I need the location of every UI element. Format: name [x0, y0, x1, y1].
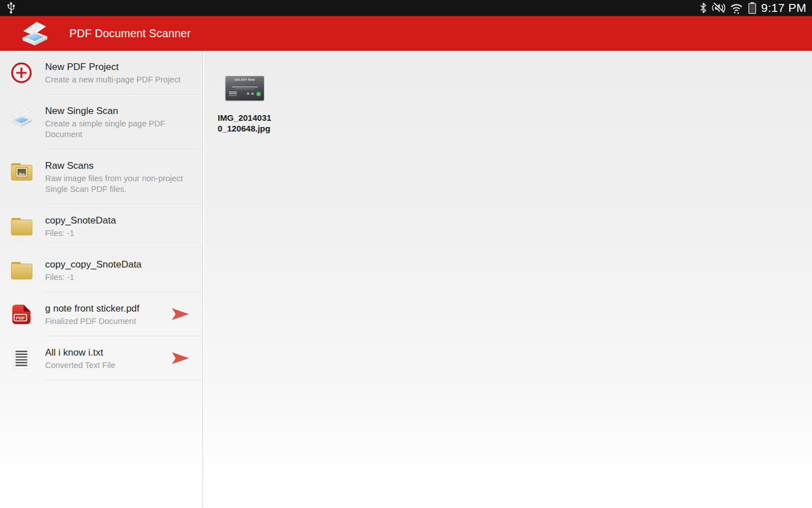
share-button[interactable]: [170, 306, 191, 323]
item-title: copy_copy_SnoteData: [45, 259, 195, 271]
battery-alert-icon: [748, 2, 757, 14]
add-circle-icon: [8, 59, 35, 86]
sidebar-item-g-note-front-sticker-pdf[interactable]: PDF g note front sticker.pdf Finalized P…: [0, 292, 202, 336]
item-subtitle: Create a new multi-page PDF Project: [45, 75, 195, 85]
file-grid: GALAXY Note IMG_20140310_120648.jpg: [203, 51, 812, 507]
clock-text: 9:17 PM: [761, 0, 806, 16]
app-logo-scanner-icon: [19, 20, 51, 46]
send-icon: [171, 351, 190, 365]
usb-icon: [7, 2, 15, 14]
item-subtitle: Files: -1: [45, 228, 195, 239]
sidebar-item-new-single-scan[interactable]: New Single Scan Create a simple single p…: [0, 95, 202, 149]
folder-icon: [8, 213, 35, 240]
thumbnail-detail-block: [229, 91, 237, 97]
item-title: New Single Scan: [45, 105, 195, 117]
sidebar-item-new-pdf-project[interactable]: New PDF Project Create a new multi-page …: [0, 51, 202, 94]
app-bar: PDF Document Scanner: [0, 16, 812, 51]
text-file-icon: [8, 345, 35, 372]
sidebar-item-copy-snotedata[interactable]: copy_SnoteData Files: -1: [0, 204, 202, 248]
file-name: IMG_20140310_120648.jpg: [218, 113, 274, 134]
thumbnail-detail-line: [232, 86, 258, 87]
item-title: New PDF Project: [45, 61, 195, 73]
folder-icon: [8, 257, 35, 284]
sidebar-item-copy-copy-snotedata[interactable]: copy_copy_SnoteData Files: -1: [0, 248, 202, 292]
file-tile[interactable]: GALAXY Note IMG_20140310_120648.jpg: [218, 76, 274, 134]
thumbnail-green-dot: [257, 92, 261, 96]
scanner-icon: [8, 103, 35, 130]
share-button[interactable]: [170, 350, 191, 367]
item-subtitle: Create a simple single page PDF Document: [45, 119, 195, 140]
thumbnail-detail-square: [251, 93, 254, 95]
divider: [44, 380, 202, 380]
wifi-icon: [730, 2, 743, 14]
sidebar-item-all-i-know-txt[interactable]: All i know i.txt Converted Text File: [0, 336, 202, 380]
thumbnail-text: GALAXY Note: [231, 78, 259, 81]
item-title: copy_SnoteData: [45, 214, 195, 227]
folder-image-icon: [8, 158, 35, 185]
bluetooth-icon: [699, 2, 707, 14]
item-title: Raw Scans: [45, 160, 195, 172]
sidebar: New PDF Project Create a new multi-page …: [0, 51, 203, 507]
sidebar-item-raw-scans[interactable]: Raw Scans Raw image files from your non-…: [0, 150, 202, 204]
thumbnail-detail-square: [247, 93, 249, 95]
item-subtitle: Files: -1: [45, 272, 195, 283]
item-subtitle: Raw image files from your non-project Si…: [45, 173, 195, 195]
status-bar: 9:17 PM: [0, 0, 812, 16]
vibrate-muted-icon: [712, 2, 725, 14]
pdf-file-icon: PDF: [8, 301, 35, 328]
thumbnail-detail-line: [235, 89, 254, 89]
content: New PDF Project Create a new multi-page …: [0, 51, 812, 507]
file-thumbnail: GALAXY Note: [226, 76, 264, 100]
send-icon: [171, 307, 190, 321]
svg-text:PDF: PDF: [16, 316, 25, 321]
app-title: PDF Document Scanner: [69, 27, 191, 40]
